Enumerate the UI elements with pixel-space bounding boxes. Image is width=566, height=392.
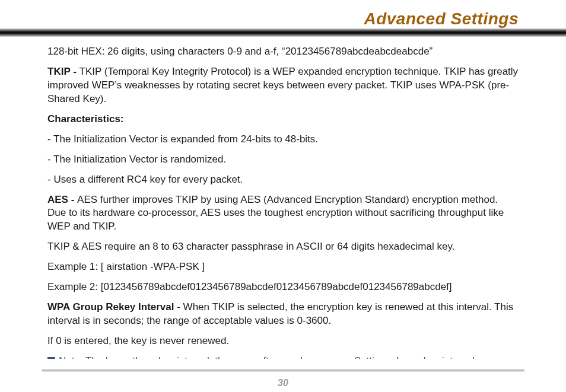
note-text: Note: The lower the rekey interval, the … <box>47 355 497 359</box>
characteristic-1: - The Initialization Vector is expanded … <box>47 133 519 146</box>
rekey-label: WPA Group Rekey Interval <box>47 301 174 313</box>
document-page: Advanced Settings 128-bit HEX: 26 digits… <box>0 0 566 392</box>
passphrase-requirement: TKIP & AES require an 8 to 63 character … <box>47 240 519 254</box>
page-title: Advanced Settings <box>364 9 519 28</box>
header-divider-band <box>0 28 566 37</box>
characteristic-3: - Uses a different RC4 key for every pac… <box>47 173 519 187</box>
rekey-paragraph: WPA Group Rekey Interval - When TKIP is … <box>47 301 519 328</box>
example-2: Example 2: [0123456789abcdef0123456789ab… <box>47 281 519 294</box>
hex-line: 128-bit HEX: 26 digits, using characters… <box>47 45 519 59</box>
note-square-icon <box>47 357 55 359</box>
body-content: 128-bit HEX: 26 digits, using characters… <box>47 45 519 359</box>
aes-label: AES - <box>47 194 77 205</box>
tkip-text: TKIP (Temporal Key Integrity Protocol) i… <box>47 66 518 104</box>
tkip-label: TKIP - <box>47 66 80 77</box>
rekey-zero-line: If 0 is entered, the key is never renewe… <box>47 334 519 348</box>
page-number: 30 <box>0 378 566 388</box>
note-line: Note: The lower the rekey interval, the … <box>47 355 519 359</box>
aes-text: AES further improves TKIP by using AES (… <box>47 194 504 232</box>
characteristic-2: - The Initialization Vector is randomize… <box>47 153 519 167</box>
characteristics-heading: Characteristics: <box>47 113 519 126</box>
aes-paragraph: AES - AES further improves TKIP by using… <box>47 193 519 234</box>
example-1: Example 1: [ airstation -WPA-PSK ] <box>47 260 519 274</box>
footer-divider-band <box>42 369 524 372</box>
tkip-paragraph: TKIP - TKIP (Temporal Key Integrity Prot… <box>47 65 519 106</box>
